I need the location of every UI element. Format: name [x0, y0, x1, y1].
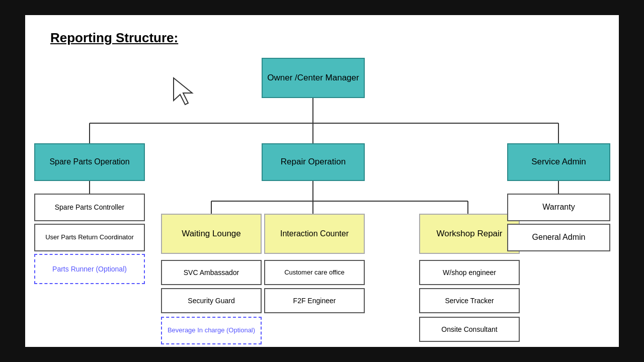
user-parts-return-box: User Parts Return Coordinator — [34, 224, 145, 251]
security-guard-box: Security Guard — [161, 288, 262, 313]
wshop-engineer-box: W/shop engineer — [419, 260, 520, 285]
spare-parts-controller-box: Spare Parts Controller — [34, 194, 145, 221]
spare-parts-operation-box: Spare Parts Operation — [34, 143, 145, 181]
page-title: Reporting Structure: — [50, 30, 178, 46]
workshop-repair-box: Workshop Repair — [419, 214, 520, 254]
svc-ambassador-box: SVC Ambassador — [161, 260, 262, 285]
waiting-lounge-box: Waiting Lounge — [161, 214, 262, 254]
repair-operation-box: Repair Operation — [262, 143, 365, 181]
interaction-counter-box: Interaction Counter — [264, 214, 365, 254]
onsite-consultant-box: Onsite Consultant — [419, 317, 520, 342]
beverage-incharge-box: Beverage In charge (Optional) — [161, 317, 262, 344]
customer-care-office-box: Customer care office — [264, 260, 365, 285]
owner-box: Owner /Center Manager — [262, 58, 365, 98]
parts-runner-box: Parts Runner (Optional) — [34, 254, 145, 284]
service-tracker-box: Service Tracker — [419, 288, 520, 313]
general-admin-box: General Admin — [507, 224, 610, 251]
f2f-engineer-box: F2F Engineer — [264, 288, 365, 313]
warranty-box: Warranty — [507, 194, 610, 221]
svg-marker-0 — [174, 78, 192, 105]
slide: Reporting Structure: Owner /C — [25, 15, 619, 347]
service-admin-box: Service Admin — [507, 143, 610, 181]
